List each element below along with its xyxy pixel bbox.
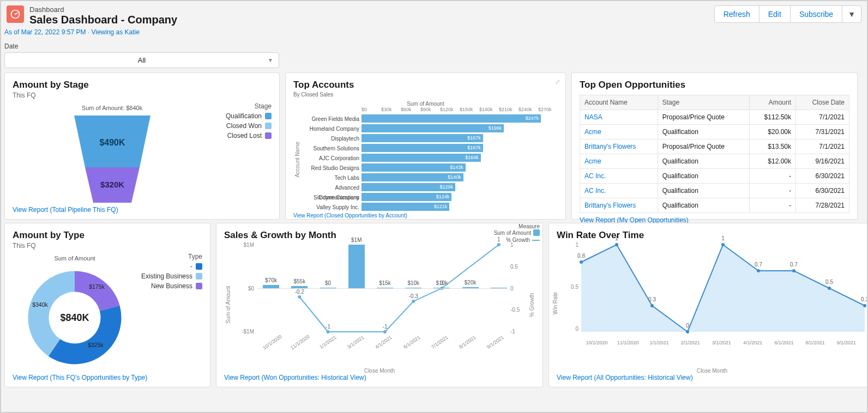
date-cell: 7/31/2021	[796, 125, 849, 139]
account-link[interactable]: NASA	[580, 110, 658, 125]
xtick: 10/1/2020	[581, 340, 612, 345]
table-row: Acme Qualification $20.00k 7/31/2021	[580, 125, 849, 139]
view-report-link[interactable]: View Report (Closed Opportunities by Acc…	[293, 212, 558, 218]
winrate-line	[581, 245, 862, 332]
bar: $124k	[361, 193, 451, 201]
xtick: 4/1/2021	[737, 340, 768, 345]
edit-button[interactable]: Edit	[760, 5, 791, 23]
point-label: -1	[326, 324, 330, 330]
view-report-link[interactable]: View Report (Won Opportunities: Historic…	[224, 374, 535, 381]
account-link[interactable]: Brittany's Flowers	[580, 198, 658, 213]
point-label: 0.7	[790, 262, 798, 268]
bar-label: Southern Solutions	[300, 144, 361, 154]
ytick: -$1M	[232, 329, 254, 335]
axis-tick: $60k	[401, 107, 420, 112]
legend-line	[532, 240, 540, 241]
xtick: 6/1/2021	[768, 340, 799, 345]
ytick: $0	[232, 286, 254, 291]
account-link[interactable]: Acme	[580, 125, 658, 139]
donut-center-value: $840K	[60, 312, 89, 324]
legend-title: Stage	[212, 102, 272, 110]
breadcrumb: Dashboard	[29, 5, 177, 14]
legend-swatch	[196, 263, 202, 270]
xtick: 7/1/2021	[426, 332, 453, 353]
legend-swatch	[533, 229, 540, 236]
legend-swatch	[265, 123, 272, 129]
date-filter-select[interactable]: All ▼	[4, 52, 279, 68]
svg-text:$320K: $320K	[100, 180, 124, 189]
xtick: 8/1/2021	[454, 332, 480, 353]
account-link[interactable]: AC Inc.	[580, 184, 658, 198]
view-report-link[interactable]: View Report (Total Pipeline This FQ)	[13, 206, 272, 214]
donut-slice	[75, 271, 120, 311]
table-row: NASA Proposal/Price Quote $112.50k 7/1/2…	[580, 110, 849, 125]
subscribe-button[interactable]: Subscribe	[791, 5, 842, 23]
top-accounts-card: ⤢ Top Accounts By Closed Sales Sum of Am…	[285, 72, 566, 220]
bar-label: Homeland Company	[300, 124, 361, 134]
expand-icon[interactable]: ⤢	[555, 78, 560, 86]
point-label: -0.3	[409, 293, 418, 299]
amount-cell: -	[749, 184, 795, 198]
as-of-text: As of Mar 22, 2022 9:57 PM	[4, 28, 86, 36]
chevron-down-icon: ▼	[268, 57, 273, 63]
card-subtitle: By Closed Sales	[293, 92, 558, 98]
date-cell: 7/1/2021	[796, 139, 849, 154]
xtick: 8/1/2021	[800, 340, 831, 345]
table-row: Acme Qualification $12.00k 9/16/2021	[580, 154, 849, 169]
table-row: AC Inc. Qualification - 6/30/2021	[580, 169, 849, 184]
point-label: 0.7	[755, 262, 762, 268]
svg-point-16	[721, 243, 725, 246]
bar: $247k	[361, 114, 541, 123]
account-link[interactable]: Acme	[580, 154, 658, 169]
point-label: 1	[721, 235, 725, 241]
amount-cell: $112.50k	[749, 110, 795, 125]
legend-item: New Business	[137, 282, 202, 290]
refresh-button[interactable]: Refresh	[714, 5, 760, 23]
view-report-link[interactable]: View Report (All Opportunities: Historic…	[557, 374, 867, 381]
bar-label: Displaytech	[300, 134, 361, 144]
funnel-sum-label: Sum of Amount: $840k	[13, 105, 212, 111]
amount-cell: $12.00k	[749, 154, 795, 169]
point-label: 0.5	[825, 279, 833, 285]
legend-swatch	[265, 113, 272, 119]
point-label: -0.2	[295, 289, 304, 295]
xtick: 9/1/2021	[831, 340, 862, 345]
donut-title: Sum of Amount	[13, 255, 137, 262]
stage-cell: Proposal/Price Quote	[658, 110, 749, 125]
svg-point-13	[615, 243, 618, 246]
date-cell: 6/30/2021	[796, 184, 849, 198]
card-subtitle: This FQ	[13, 92, 272, 99]
more-actions-button[interactable]: ▼	[842, 5, 861, 23]
xtick: 1/1/2021	[315, 332, 341, 353]
point-label: 0.3	[648, 296, 656, 302]
stage-cell: Qualification	[658, 154, 749, 169]
table-header: Account Name	[580, 95, 658, 110]
bar-label: Advanced Communications	[300, 183, 361, 193]
date-cell: 7/1/2021	[796, 110, 849, 125]
y-axis-label: Win Rate	[552, 292, 558, 314]
xtick: 1/1/2021	[643, 340, 674, 345]
bar-label: Tech Labs	[300, 173, 361, 183]
view-report-link[interactable]: View Report (This FQ's Opportunities by …	[13, 374, 202, 381]
amount-by-type-card: Amount by Type This FQ Sum of Amount $17…	[4, 223, 210, 387]
card-title: Top Open Opportunities	[580, 80, 849, 90]
card-title: Amount by Stage	[13, 80, 272, 90]
stage-cell: Qualification	[658, 198, 749, 213]
bar-label: Green Fields Media	[300, 114, 361, 124]
legend-title: Measure	[494, 223, 540, 229]
bar-label: AJC Corporation	[300, 154, 361, 163]
bar: $140k	[361, 173, 463, 181]
y-axis-label: Account Name	[293, 142, 300, 178]
amount-by-stage-card: Amount by Stage This FQ Sum of Amount: $…	[4, 72, 280, 220]
x-axis-label: Close Month	[224, 368, 535, 374]
y-axis-label: Sum of Amount	[224, 286, 231, 323]
account-link[interactable]: AC Inc.	[580, 169, 658, 184]
point-label: 0.8	[577, 253, 585, 259]
svg-point-19	[828, 287, 831, 290]
account-link[interactable]: Brittany's Flowers	[580, 139, 658, 154]
bar: $143k	[361, 163, 466, 172]
card-title: Top Accounts	[293, 80, 558, 90]
xtick: 3/1/2021	[706, 340, 737, 345]
card-subtitle: This FQ	[13, 242, 202, 250]
axis-tick: $150k	[460, 107, 479, 112]
